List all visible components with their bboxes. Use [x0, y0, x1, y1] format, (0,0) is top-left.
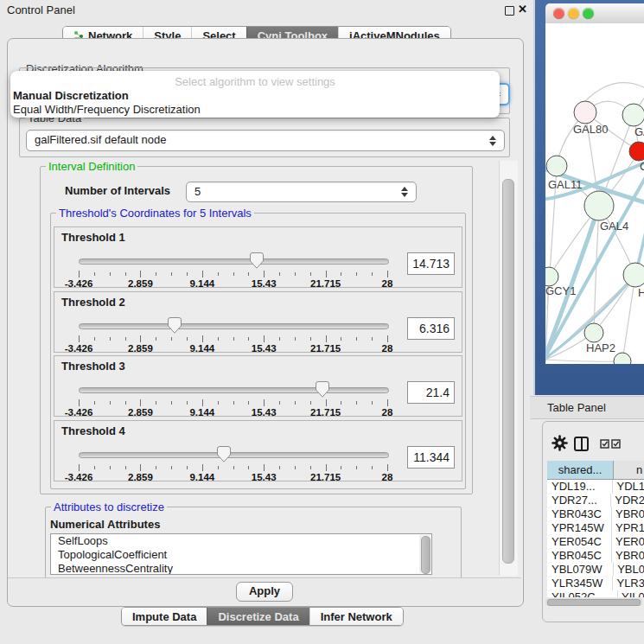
popup-option-equal-width[interactable]: Equal Width/Frequency Discretization — [13, 103, 201, 116]
column-header-shared-name[interactable]: shared... — [547, 461, 614, 479]
slider-track[interactable] — [79, 387, 389, 393]
network-node[interactable] — [629, 142, 644, 161]
numerical-attributes-label: Numerical Attributes — [50, 518, 160, 531]
attribute-item[interactable]: BetweennessCentrality — [51, 562, 431, 575]
tick-label: 28 — [382, 343, 393, 354]
network-node[interactable] — [584, 191, 614, 220]
network-window-titlebar[interactable] — [545, 3, 644, 24]
table-row[interactable]: YBL079WYBL0 — [547, 563, 644, 577]
tick-label: 21.715 — [310, 343, 341, 354]
close-traffic-light-icon[interactable] — [553, 8, 564, 19]
threshold-slider[interactable]: -3.4262.8599.14415.4321.71528 — [79, 250, 387, 284]
minimize-traffic-light-icon[interactable] — [568, 8, 579, 19]
threshold-slider[interactable]: -3.4262.8599.14415.4321.71528 — [79, 379, 387, 413]
num-intervals-combobox[interactable]: 5 — [186, 182, 417, 202]
network-canvas[interactable]: GAL80GACGAL11GAL4GCY1HHAP2 — [545, 23, 644, 364]
apply-button[interactable]: Apply — [236, 582, 293, 602]
close-icon[interactable]: ✕ — [518, 3, 527, 16]
popup-option-manual[interactable]: Manual Discretization — [13, 89, 129, 102]
table-row[interactable]: YPR145WYPR1 — [547, 521, 644, 535]
checkbox-icon[interactable] — [611, 439, 621, 449]
cell-shared-name[interactable]: YDL19... — [547, 480, 613, 494]
cell-shared-name[interactable]: YBR043C — [547, 507, 612, 521]
maximize-traffic-light-icon[interactable] — [583, 8, 594, 19]
main-scrollbar-thumb[interactable] — [502, 179, 514, 564]
threshold-slider[interactable]: -3.4262.8599.14415.4321.71528 — [79, 315, 387, 349]
table-row[interactable]: YDL19...YDL1 — [547, 480, 644, 494]
threshold-value-field[interactable]: 6.316 — [407, 317, 455, 340]
cell-shared-name[interactable]: YPR145W — [547, 521, 612, 535]
attribute-item[interactable]: TopologicalCoefficient — [51, 548, 431, 562]
cell-name[interactable]: YER0 — [612, 535, 644, 549]
table-row[interactable]: YIL052CYIL0 — [547, 590, 644, 597]
slider-thumb[interactable] — [316, 381, 329, 398]
threshold-box: Threshold 4 -3.4262.8599.14415.4321.7152… — [54, 420, 462, 481]
checkbox-icon[interactable] — [600, 439, 609, 449]
list-scrollbar-thumb[interactable] — [421, 536, 430, 574]
network-node[interactable] — [584, 323, 603, 342]
cell-name[interactable]: YDL1 — [613, 480, 644, 494]
tab-label: Impute Data — [132, 610, 196, 623]
cell-shared-name[interactable]: YIL052C — [547, 590, 618, 597]
table-hscrollbar[interactable] — [545, 598, 642, 606]
panel-title: Control Panel — [7, 3, 75, 16]
slider-track[interactable] — [79, 323, 389, 329]
tick-label: 9.144 — [189, 343, 214, 354]
column-header-name[interactable]: n — [614, 461, 644, 479]
threshold-value-field[interactable]: 11.344 — [407, 446, 455, 469]
table-row[interactable]: YBR043CYBR0 — [547, 507, 644, 521]
cell-name[interactable]: YDR2 — [611, 494, 644, 507]
threshold-label: Threshold 3 — [61, 360, 125, 373]
tick-label: 28 — [382, 278, 393, 289]
list-scrollbar[interactable] — [419, 535, 430, 573]
cell-shared-name[interactable]: YBR045C — [547, 549, 612, 563]
table-panel-header: Table Panel — [530, 396, 644, 419]
network-node[interactable] — [614, 353, 631, 364]
table-row[interactable]: YLR345WYLR3 — [547, 577, 644, 590]
cell-shared-name[interactable]: YBL079W — [547, 563, 614, 577]
table-hscrollbar-thumb[interactable] — [547, 599, 641, 606]
tab-infer-network[interactable]: Infer Network — [309, 608, 403, 625]
cell-shared-name[interactable]: YDR27... — [547, 494, 611, 507]
table-row[interactable]: YBR045CYBR0 — [547, 549, 644, 563]
threshold-slider[interactable]: -3.4262.8599.14415.4321.71528 — [79, 443, 387, 478]
attributes-list[interactable]: SelfLoopsTopologicalCoefficientBetweenne… — [50, 533, 432, 575]
table-data-combobox[interactable]: galFiltered.sif default node — [26, 130, 505, 151]
slider-track[interactable] — [79, 258, 389, 265]
cell-name[interactable]: YBR0 — [612, 507, 644, 521]
cell-name[interactable]: YBR0 — [612, 549, 644, 563]
tab-discretize-data[interactable]: Discretize Data — [207, 608, 309, 625]
cell-shared-name[interactable]: YER054C — [547, 535, 612, 549]
network-node[interactable] — [622, 104, 644, 126]
attribute-item[interactable]: SelfLoops — [51, 534, 431, 548]
slider-track[interactable] — [79, 452, 389, 458]
cell-name[interactable]: YBL0 — [614, 563, 644, 577]
cell-name[interactable]: YPR1 — [612, 521, 644, 535]
threshold-value-field[interactable]: 14.713 — [407, 252, 455, 275]
threshold-label: Threshold 1 — [61, 231, 125, 244]
network-node[interactable] — [623, 263, 644, 287]
table-row[interactable]: YER054CYER0 — [547, 535, 644, 549]
slider-thumb[interactable] — [217, 446, 231, 462]
network-node-label: GCY1 — [545, 284, 576, 297]
tab-impute-data[interactable]: Impute Data — [122, 608, 207, 625]
cell-name[interactable]: YIL0 — [618, 590, 644, 597]
main-scrollbar[interactable] — [499, 161, 518, 576]
gear-icon[interactable] — [552, 435, 568, 451]
network-node[interactable] — [546, 156, 567, 176]
table-row[interactable]: YDR27...YDR2 — [547, 494, 644, 507]
network-node[interactable] — [545, 267, 558, 286]
popup-hint: Select algorithm to view settings — [10, 75, 500, 88]
threshold-value-field[interactable]: 21.4 — [407, 381, 455, 404]
slider-thumb[interactable] — [250, 252, 264, 269]
network-node[interactable] — [574, 101, 596, 124]
columns-icon[interactable] — [574, 437, 589, 451]
float-window-icon[interactable] — [505, 6, 514, 16]
tick-label: 2.859 — [128, 472, 153, 482]
slider-thumb[interactable] — [168, 317, 182, 334]
node-table: shared... n YDL19...YDL1YDR27...YDR2YBR0… — [547, 461, 644, 597]
num-intervals-label: Number of Intervals — [65, 184, 170, 197]
threshold-box: Threshold 1 -3.4262.8599.14415.4321.7152… — [54, 226, 462, 288]
cell-shared-name[interactable]: YLR345W — [547, 577, 613, 590]
cell-name[interactable]: YLR3 — [613, 577, 644, 590]
